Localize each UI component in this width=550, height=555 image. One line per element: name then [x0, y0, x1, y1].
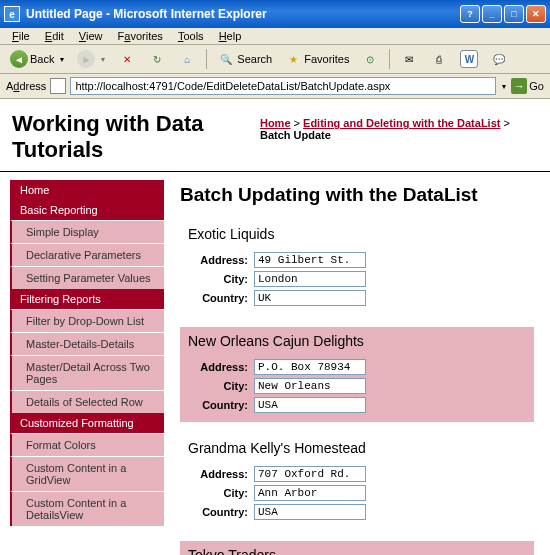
address-input[interactable] — [254, 252, 366, 268]
mail-button[interactable]: ✉ — [396, 48, 422, 70]
sidebar-hdr-5[interactable]: Filtering Reports — [10, 289, 164, 309]
window-title: Untitled Page - Microsoft Internet Explo… — [26, 7, 460, 21]
close-button[interactable]: ✕ — [526, 5, 546, 23]
city-input[interactable] — [254, 271, 366, 287]
breadcrumb: Home > Editing and Deleting with the Dat… — [260, 111, 538, 141]
sidebar-hdr-0[interactable]: Home — [10, 180, 164, 200]
address-dropdown[interactable]: ▼ — [500, 83, 507, 90]
city-label: City: — [188, 273, 248, 285]
address-input[interactable] — [254, 466, 366, 482]
country-input[interactable] — [254, 397, 366, 413]
sidebar-hdr-1[interactable]: Basic Reporting — [10, 200, 164, 220]
country-label: Country: — [188, 292, 248, 304]
menu-favorites[interactable]: Favorites — [112, 28, 169, 44]
sidebar-item-9[interactable]: Details of Selected Row — [10, 390, 164, 413]
print-button[interactable]: ⎙ — [426, 48, 452, 70]
ie-icon: e — [4, 6, 20, 22]
address-label: Address — [6, 80, 46, 92]
address-bar: Address ▼ →Go — [0, 74, 550, 99]
sidebar-item-12[interactable]: Custom Content in a GridView — [10, 456, 164, 491]
sidebar-item-8[interactable]: Master/Detail Across Two Pages — [10, 355, 164, 390]
address-label: Address: — [188, 254, 248, 266]
sidebar-item-11[interactable]: Format Colors — [10, 433, 164, 456]
menu-help[interactable]: Help — [213, 28, 248, 44]
help-button[interactable]: ? — [460, 5, 480, 23]
address-label: Address: — [188, 468, 248, 480]
country-input[interactable] — [254, 290, 366, 306]
page-icon — [50, 78, 66, 94]
sidebar-item-13[interactable]: Custom Content in a DetailsView — [10, 491, 164, 526]
page-header: Working with Data Tutorials Home > Editi… — [0, 99, 550, 172]
country-input[interactable] — [254, 504, 366, 520]
forward-button: ►▼ — [73, 48, 110, 70]
menu-file[interactable]: File — [6, 28, 36, 44]
address-label: Address: — [188, 361, 248, 373]
city-input[interactable] — [254, 378, 366, 394]
discuss-button[interactable]: 💬 — [486, 48, 512, 70]
edit-button[interactable]: W — [456, 48, 482, 70]
sidebar-item-2[interactable]: Simple Display — [10, 220, 164, 243]
supplier-block: New Orleans Cajun DelightsAddress:City:C… — [180, 327, 534, 422]
home-button[interactable]: ⌂ — [174, 48, 200, 70]
title-bar: e Untitled Page - Microsoft Internet Exp… — [0, 0, 550, 28]
menu-tools[interactable]: Tools — [172, 28, 210, 44]
favorites-button[interactable]: ★Favorites — [280, 48, 353, 70]
menu-bar: File Edit View Favorites Tools Help — [0, 28, 550, 45]
search-button[interactable]: 🔍Search — [213, 48, 276, 70]
sidebar-item-4[interactable]: Setting Parameter Values — [10, 266, 164, 289]
breadcrumb-home[interactable]: Home — [260, 117, 291, 129]
supplier-block: Grandma Kelly's HomesteadAddress:City:Co… — [180, 434, 534, 529]
menu-edit[interactable]: Edit — [39, 28, 70, 44]
sidebar-hdr-10[interactable]: Customized Formatting — [10, 413, 164, 433]
supplier-name: Tokyo Traders — [188, 547, 526, 555]
supplier-name: New Orleans Cajun Delights — [188, 333, 526, 349]
maximize-button[interactable]: □ — [504, 5, 524, 23]
go-button[interactable]: →Go — [511, 78, 544, 94]
menu-view[interactable]: View — [73, 28, 109, 44]
sidebar-item-3[interactable]: Declarative Parameters — [10, 243, 164, 266]
history-button[interactable]: ⊙ — [357, 48, 383, 70]
city-label: City: — [188, 487, 248, 499]
content-heading: Batch Updating with the DataList — [180, 184, 534, 206]
minimize-button[interactable]: _ — [482, 5, 502, 23]
supplier-block: Exotic LiquidsAddress:City:Country: — [180, 220, 534, 315]
site-title: Working with Data Tutorials — [12, 111, 260, 163]
city-label: City: — [188, 380, 248, 392]
supplier-name: Exotic Liquids — [188, 226, 526, 242]
breadcrumb-section[interactable]: Editing and Deleting with the DataList — [303, 117, 500, 129]
page-viewport: Working with Data Tutorials Home > Editi… — [0, 99, 550, 555]
address-input[interactable] — [70, 77, 496, 95]
sidebar: HomeBasic ReportingSimple DisplayDeclara… — [0, 172, 164, 555]
breadcrumb-current: Batch Update — [260, 129, 331, 141]
sidebar-item-7[interactable]: Master-Details-Details — [10, 332, 164, 355]
toolbar: ◄Back▼ ►▼ ✕ ↻ ⌂ 🔍Search ★Favorites ⊙ ✉ ⎙… — [0, 45, 550, 74]
address-input[interactable] — [254, 359, 366, 375]
country-label: Country: — [188, 506, 248, 518]
stop-button[interactable]: ✕ — [114, 48, 140, 70]
supplier-name: Grandma Kelly's Homestead — [188, 440, 526, 456]
country-label: Country: — [188, 399, 248, 411]
refresh-button[interactable]: ↻ — [144, 48, 170, 70]
supplier-block: Tokyo TradersAddress:City:Country: — [180, 541, 534, 555]
city-input[interactable] — [254, 485, 366, 501]
sidebar-item-6[interactable]: Filter by Drop-Down List — [10, 309, 164, 332]
back-button[interactable]: ◄Back▼ — [6, 48, 69, 70]
main-content: Batch Updating with the DataList Exotic … — [164, 172, 550, 555]
